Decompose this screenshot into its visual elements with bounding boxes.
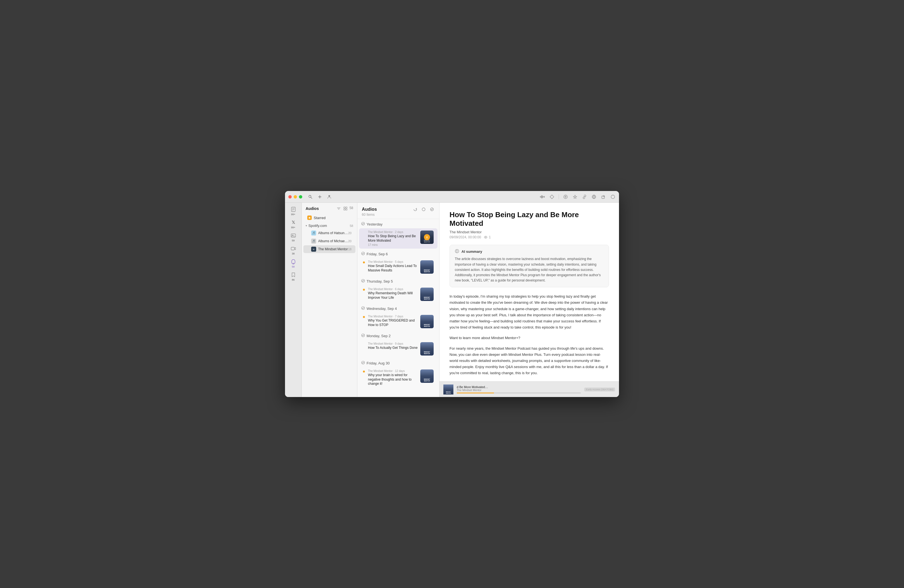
minimize-button[interactable] bbox=[294, 195, 297, 199]
mindset-avatar: M bbox=[311, 247, 316, 252]
version-badge: Early Access (36A7CB0) bbox=[584, 387, 615, 392]
check-circle-icon[interactable] bbox=[429, 207, 435, 212]
episode-thumb-3: MINDSETMENTOR bbox=[420, 288, 434, 301]
grid-icon[interactable] bbox=[343, 206, 348, 211]
svg-point-39 bbox=[362, 279, 365, 282]
sort-icon[interactable] bbox=[336, 206, 341, 211]
svg-line-1 bbox=[311, 198, 312, 199]
episode-item-2[interactable]: The Mindset Mentor · 5 days How Small Da… bbox=[359, 258, 438, 276]
svg-point-18 bbox=[611, 195, 615, 199]
ai-icon bbox=[455, 249, 459, 254]
globe-icon[interactable] bbox=[591, 194, 597, 200]
video-bar-item[interactable]: 38 bbox=[287, 244, 299, 256]
svg-point-44 bbox=[455, 250, 459, 253]
player-progress-fill bbox=[457, 392, 494, 394]
date-check-icon-2 bbox=[361, 252, 365, 256]
episode-title-1: How To Stop Being Lazy and Be More Motiv… bbox=[368, 234, 418, 243]
svg-point-41 bbox=[362, 334, 365, 337]
link-icon[interactable] bbox=[582, 194, 587, 200]
docs-bar-item[interactable]: 99+ bbox=[287, 205, 299, 217]
audio-icon bbox=[290, 258, 297, 265]
episode-content-5: The Mindset Mentor · 9 days How To Actua… bbox=[368, 342, 418, 351]
episodes-header-icons bbox=[412, 207, 435, 212]
episode-body-para-3: For nearly nine years, the Mindset Mento… bbox=[449, 346, 609, 376]
date-check-icon-4 bbox=[361, 306, 365, 311]
images-badge: 59 bbox=[292, 239, 294, 242]
images-icon bbox=[290, 232, 297, 239]
player-title: d Be More MotivatedHow T bbox=[457, 385, 490, 389]
episodes-panel: Audios bbox=[357, 203, 439, 397]
maximize-button[interactable] bbox=[299, 195, 302, 199]
episode-main-podcast: The Mindset Mentor bbox=[449, 230, 609, 234]
spotify-count: 58 bbox=[350, 224, 353, 228]
date-group-aug30: Friday, Aug 30 bbox=[357, 358, 439, 367]
spotify-section: ▾ Spotify.com 58 🎵 Albums of Hatsune Mik… bbox=[302, 223, 357, 253]
episode-title-6: Why your brain is wired for negative tho… bbox=[368, 373, 418, 386]
episode-content-1: The Mindset Mentor · 2 days How To Stop … bbox=[368, 231, 418, 247]
sidebar-item-starred[interactable]: Starred bbox=[303, 214, 356, 221]
episode-thumb-1: MINDSETMENTOR ⏸ bbox=[420, 231, 434, 244]
waveform-icon[interactable] bbox=[540, 194, 545, 200]
twitter-bar-item[interactable]: 𝕏 99+ bbox=[287, 218, 299, 230]
circle-icon[interactable] bbox=[421, 207, 427, 212]
svg-point-0 bbox=[309, 195, 311, 198]
date-group-sep4: Wednesday, Sep 4 bbox=[357, 303, 439, 312]
episode-body-para-2: Want to learn more about Mindset Mentor+… bbox=[449, 335, 609, 341]
video-badge: 38 bbox=[292, 252, 294, 255]
date-group-sep5: Thursday, Sep 5 bbox=[357, 276, 439, 285]
episodes-header-top: Audios bbox=[362, 207, 435, 212]
twitter-icon: 𝕏 bbox=[290, 219, 297, 226]
add-circle-icon[interactable] bbox=[563, 194, 568, 200]
play-overlay-1: ⏸ bbox=[420, 231, 434, 244]
ai-summary-box: AI summary The article discusses strateg… bbox=[449, 245, 609, 287]
images-bar-item[interactable]: 59 bbox=[287, 231, 299, 243]
sidebar-sub-item-michael[interactable]: 🎵 Albums of Michael Jac... 20 bbox=[303, 237, 356, 245]
episodes-title: Audios bbox=[362, 207, 377, 212]
diamond-icon[interactable] bbox=[549, 194, 555, 200]
traffic-lights bbox=[288, 195, 302, 199]
episode-content-4: The Mindset Mentor · 7 days Why You Get … bbox=[368, 315, 418, 328]
date-label-sep2: Monday, Sep 2 bbox=[367, 334, 390, 338]
more-icon[interactable] bbox=[610, 194, 616, 200]
svg-point-42 bbox=[362, 361, 365, 364]
episode-meta-6: The Mindset Mentor · 12 days bbox=[368, 370, 418, 373]
episode-dot-col-6 bbox=[363, 370, 366, 373]
episode-item-6[interactable]: The Mindset Mentor · 12 days Why your br… bbox=[359, 367, 438, 389]
episode-main-meta: 09/09/2024, 00:00:00 1 bbox=[449, 235, 609, 239]
date-label-sep6: Friday, Sep 6 bbox=[367, 252, 388, 256]
spotify-section-header[interactable]: ▾ Spotify.com 58 bbox=[302, 223, 357, 229]
hatsune-count: 20 bbox=[348, 231, 351, 235]
episode-item-4[interactable]: The Mindset Mentor · 7 days Why You Get … bbox=[359, 313, 438, 330]
ai-summary-title: AI summary bbox=[461, 250, 482, 254]
svg-rect-33 bbox=[344, 209, 345, 210]
sidebar-sub-item-mindset[interactable]: M The Mindset Mentor 18 bbox=[303, 245, 356, 253]
episode-content-6: The Mindset Mentor · 12 days Why your br… bbox=[368, 370, 418, 387]
bookmark-icon bbox=[290, 272, 297, 278]
spotify-label: Spotify.com bbox=[308, 224, 350, 228]
close-button[interactable] bbox=[288, 195, 292, 199]
star-nav-icon[interactable] bbox=[572, 194, 578, 200]
episode-item-5[interactable]: The Mindset Mentor · 9 days How To Actua… bbox=[359, 340, 438, 358]
unplayed-dot-3 bbox=[363, 289, 365, 291]
sidebar-title: Audios bbox=[306, 206, 319, 211]
star-bar-item[interactable]: 86 bbox=[287, 270, 299, 282]
play-button-1[interactable]: ⏸ bbox=[424, 234, 430, 240]
add-icon[interactable] bbox=[317, 194, 322, 199]
date-group-sep2: Monday, Sep 2 bbox=[357, 331, 439, 340]
audio-bar-item[interactable]: 58 bbox=[287, 257, 299, 269]
svg-rect-31 bbox=[344, 207, 345, 208]
starred-icon bbox=[307, 215, 312, 220]
sidebar-sub-item-hatsune[interactable]: 🎵 Albums of Hatsune Miku 20 bbox=[303, 229, 356, 237]
twitter-badge: 99+ bbox=[291, 226, 295, 229]
episode-item-3[interactable]: The Mindset Mentor · 6 days Why Remember… bbox=[359, 285, 438, 303]
episode-meta-1: The Mindset Mentor · 2 days bbox=[368, 231, 418, 234]
player-progress[interactable] bbox=[457, 392, 581, 394]
svg-rect-32 bbox=[346, 207, 347, 208]
episode-thumb-2: MINDSETMENTOR bbox=[420, 260, 434, 273]
episode-item-1[interactable]: The Mindset Mentor · 2 days How To Stop … bbox=[359, 228, 438, 249]
refresh-icon[interactable] bbox=[412, 207, 418, 212]
profile-icon[interactable] bbox=[327, 194, 332, 199]
episode-content-2: The Mindset Mentor · 5 days How Small Da… bbox=[368, 260, 418, 273]
search-icon[interactable] bbox=[308, 194, 313, 199]
share-icon[interactable] bbox=[601, 194, 606, 200]
